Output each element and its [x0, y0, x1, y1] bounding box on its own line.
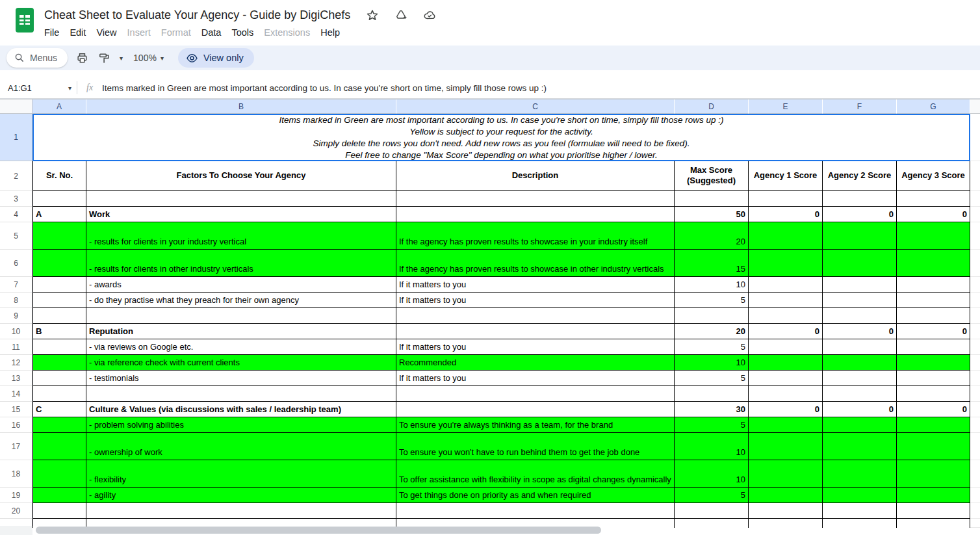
cell-G14[interactable] — [897, 386, 970, 402]
row-header-9[interactable]: 9 — [0, 308, 32, 324]
cell-C14[interactable] — [396, 386, 675, 402]
cell-E3[interactable] — [749, 191, 823, 207]
row-header-16[interactable]: 16 — [0, 417, 32, 433]
menu-tools[interactable]: Tools — [226, 25, 259, 40]
row-header-19[interactable]: 19 — [0, 488, 32, 503]
cell-C5[interactable]: If the agency has proven results to show… — [396, 222, 675, 250]
row-header-3[interactable]: 3 — [0, 191, 32, 207]
name-box[interactable]: A1:G1 ▾ — [0, 83, 77, 93]
cell-C17[interactable]: To ensure you won't have to run behind t… — [396, 433, 675, 460]
cell-C7[interactable]: If it matters to you — [396, 277, 675, 293]
view-only-button[interactable]: View only — [178, 48, 254, 68]
cell-E11[interactable] — [749, 339, 823, 355]
cell-B8[interactable]: - do they practise what they preach for … — [86, 293, 396, 308]
cell-C18[interactable]: To offer assistance with flexibility in … — [396, 460, 675, 488]
menu-extensions[interactable]: Extensions — [259, 25, 315, 40]
cell-G15[interactable]: 0 — [897, 402, 970, 417]
cell-D4[interactable]: 50 — [675, 207, 749, 222]
cell-E15[interactable]: 0 — [749, 402, 823, 417]
row-header-5[interactable]: 5 — [0, 222, 32, 250]
cell-C8[interactable]: If it matters to you — [396, 293, 675, 308]
cell-B3[interactable] — [86, 191, 396, 207]
cell-B20[interactable] — [86, 503, 396, 519]
row-header-2[interactable]: 2 — [0, 161, 32, 191]
formula-input[interactable]: Items marked in Green are most important… — [102, 83, 547, 93]
cell-B6[interactable]: - results for clients in other industry … — [86, 250, 396, 277]
paint-format-caret-icon[interactable]: ▾ — [120, 55, 123, 62]
cell-D8[interactable]: 5 — [675, 293, 749, 308]
cell-E19[interactable] — [749, 488, 823, 503]
cell-A16[interactable] — [32, 417, 86, 433]
cell-B12[interactable]: - via reference check with current clien… — [86, 355, 396, 371]
cell-F3[interactable] — [823, 191, 897, 207]
cell-C15[interactable] — [396, 402, 675, 417]
cell-C4[interactable] — [396, 207, 675, 222]
column-header-D[interactable]: D — [675, 99, 749, 114]
cell-B13[interactable]: - testimonials — [86, 371, 396, 386]
cell-C9[interactable] — [396, 308, 675, 324]
cell-D3[interactable] — [675, 191, 749, 207]
cell-A2[interactable]: Sr. No. — [32, 161, 86, 191]
row-header-17[interactable]: 17 — [0, 433, 32, 460]
cell-C10[interactable] — [396, 324, 675, 339]
cell-F16[interactable] — [823, 417, 897, 433]
cell-G7[interactable] — [897, 277, 970, 293]
row-header-18[interactable]: 18 — [0, 460, 32, 488]
cell-A20[interactable] — [32, 503, 86, 519]
cell-B5[interactable]: - results for clients in your industry v… — [86, 222, 396, 250]
column-header-B[interactable]: B — [86, 99, 396, 114]
cell-E16[interactable] — [749, 417, 823, 433]
cell-B18[interactable]: - flexibility — [86, 460, 396, 488]
cell-B7[interactable]: - awards — [86, 277, 396, 293]
cell-E12[interactable] — [749, 355, 823, 371]
document-title[interactable]: Cheat Sheet to Evaluate Your Agency - Gu… — [44, 8, 350, 22]
cell-G18[interactable] — [897, 460, 970, 488]
column-header-G[interactable]: G — [897, 99, 970, 114]
cell-E18[interactable] — [749, 460, 823, 488]
cell-G17[interactable] — [897, 433, 970, 460]
cell-B17[interactable]: - ownership of work — [86, 433, 396, 460]
cell-A13[interactable] — [32, 371, 86, 386]
cell-B2[interactable]: Factors To Choose Your Agency — [86, 161, 396, 191]
cell-A1-instructions[interactable]: Items marked in Green are most important… — [32, 114, 970, 161]
row-header-10[interactable]: 10 — [0, 324, 32, 339]
cell-F7[interactable] — [823, 277, 897, 293]
column-header-A[interactable]: A — [32, 99, 86, 114]
cell-D17[interactable]: 10 — [675, 433, 749, 460]
cell-F14[interactable] — [823, 386, 897, 402]
cell-E2[interactable]: Agency 1 Score — [749, 161, 823, 191]
cell-F2[interactable]: Agency 2 Score — [823, 161, 897, 191]
cell-D18[interactable]: 10 — [675, 460, 749, 488]
cell-E14[interactable] — [749, 386, 823, 402]
column-header-F[interactable]: F — [823, 99, 897, 114]
horizontal-scrollbar[interactable] — [36, 527, 601, 534]
cell-F10[interactable]: 0 — [823, 324, 897, 339]
cell-A11[interactable] — [32, 339, 86, 355]
row-header-11[interactable]: 11 — [0, 339, 32, 355]
menus-search-button[interactable]: Menus — [6, 48, 68, 68]
move-to-drive-icon[interactable] — [394, 8, 407, 21]
row-header-14[interactable]: 14 — [0, 386, 32, 402]
cell-F13[interactable] — [823, 371, 897, 386]
cell-E10[interactable]: 0 — [749, 324, 823, 339]
row-header-6[interactable]: 6 — [0, 250, 32, 277]
cell-E5[interactable] — [749, 222, 823, 250]
cell-F18[interactable] — [823, 460, 897, 488]
cell-A8[interactable] — [32, 293, 86, 308]
cell-D19[interactable]: 5 — [675, 488, 749, 503]
column-header-E[interactable]: E — [749, 99, 823, 114]
cell-D10[interactable]: 20 — [675, 324, 749, 339]
cell-F8[interactable] — [823, 293, 897, 308]
cell-D20[interactable] — [675, 503, 749, 519]
menu-format[interactable]: Format — [156, 25, 196, 40]
cell-G4[interactable]: 0 — [897, 207, 970, 222]
cell-D9[interactable] — [675, 308, 749, 324]
cell-B15[interactable]: Culture & Values (via discussions with s… — [86, 402, 396, 417]
cell-D11[interactable]: 5 — [675, 339, 749, 355]
cell-A15[interactable]: C — [32, 402, 86, 417]
cell-G6[interactable] — [897, 250, 970, 277]
cell-C13[interactable]: If it matters to you — [396, 371, 675, 386]
cell-B19[interactable]: - agility — [86, 488, 396, 503]
cell-D2[interactable]: Max Score (Suggested) — [675, 161, 749, 191]
cell-A6[interactable] — [32, 250, 86, 277]
